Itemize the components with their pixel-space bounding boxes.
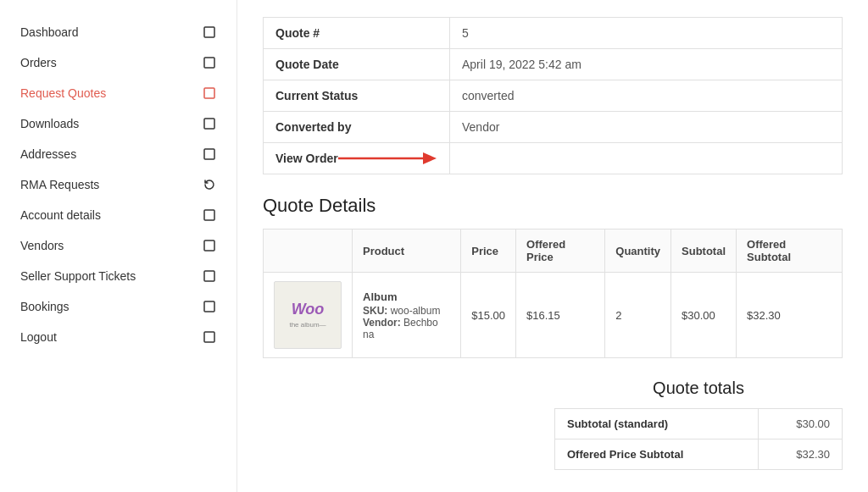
col-offered-subtotal: Offered Subtotal	[737, 229, 843, 273]
col-price: Price	[461, 229, 516, 273]
current-status-value: converted	[450, 80, 843, 112]
product-price: $15.00	[461, 273, 516, 358]
sidebar-item-account-details[interactable]: Account details	[0, 200, 236, 230]
totals-table: Subtotal (standard) $30.00 Offered Price…	[554, 408, 843, 470]
totals-container: Quote totals Subtotal (standard) $30.00 …	[554, 379, 843, 470]
product-image-cell: Woo the album—	[264, 273, 353, 358]
quote-details-title: Quote Details	[263, 195, 843, 217]
product-row: Woo the album— Album SKU: woo-album Vend…	[264, 273, 843, 358]
sidebar-item-vendors[interactable]: Vendors	[0, 230, 236, 261]
product-sku: SKU: woo-album	[363, 305, 450, 317]
sidebar-item-bookings[interactable]: Bookings	[0, 291, 236, 322]
current-status-row: Current Status converted	[264, 80, 843, 112]
offered-subtotal-value: $32.30	[758, 439, 842, 470]
col-image	[264, 229, 353, 273]
square-icon	[203, 300, 216, 313]
product-subtotal: $30.00	[671, 273, 737, 358]
svg-rect-6	[204, 240, 214, 251]
totals-section: Quote totals Subtotal (standard) $30.00 …	[263, 379, 843, 470]
sidebar-item-addresses[interactable]: Addresses	[0, 139, 236, 169]
product-quantity: 2	[605, 273, 671, 358]
subtotal-row: Subtotal (standard) $30.00	[555, 409, 843, 439]
square-icon	[203, 25, 216, 39]
svg-rect-1	[204, 58, 214, 68]
col-offered-price: Offered Price	[516, 229, 605, 273]
quote-details-table: Product Price Offered Price Quantity Sub…	[263, 229, 843, 358]
quote-date-row: Quote Date April 19, 2022 5:42 am	[264, 49, 843, 80]
svg-rect-2	[204, 88, 214, 98]
sidebar-item-dashboard[interactable]: Dashboard	[0, 17, 236, 47]
square-icon	[203, 330, 216, 344]
col-product: Product	[353, 229, 461, 273]
svg-rect-0	[204, 27, 214, 37]
svg-rect-8	[204, 301, 214, 312]
sidebar-item-downloads[interactable]: Downloads	[0, 108, 236, 139]
subtotal-value: $30.00	[758, 409, 842, 439]
sidebar-item-logout[interactable]: Logout	[0, 322, 236, 352]
product-image: Woo the album—	[274, 281, 342, 349]
svg-rect-4	[204, 149, 214, 159]
quote-number-value: 5	[450, 18, 843, 49]
quote-details-header: Product Price Offered Price Quantity Sub…	[264, 229, 843, 273]
svg-rect-9	[204, 332, 214, 342]
square-icon-active	[203, 86, 216, 100]
offered-subtotal-row: Offered Price Subtotal $32.30	[555, 439, 843, 470]
sidebar-item-rma-requests[interactable]: RMA Requests	[0, 169, 236, 200]
svg-marker-11	[423, 152, 437, 164]
view-order-label: View Order	[275, 152, 338, 165]
subtotal-label: Subtotal (standard)	[555, 409, 759, 439]
rotate-icon	[203, 178, 216, 191]
square-icon	[203, 117, 216, 130]
svg-rect-5	[204, 210, 214, 220]
product-details-cell: Album SKU: woo-album Vendor: Bechbo na	[353, 273, 461, 358]
red-arrow-icon	[338, 146, 440, 170]
woo-sub: the album—	[289, 321, 326, 329]
quote-number-row: Quote # 5	[264, 18, 843, 49]
sidebar-item-orders[interactable]: Orders	[0, 47, 236, 78]
main-content: Quote # 5 Quote Date April 19, 2022 5:42…	[237, 0, 868, 492]
converted-by-label: Converted by	[264, 112, 450, 143]
quote-totals-title: Quote totals	[554, 379, 843, 398]
square-icon	[203, 269, 216, 283]
current-status-label: Current Status	[264, 80, 450, 112]
quote-info-table: Quote # 5 Quote Date April 19, 2022 5:42…	[263, 17, 843, 174]
product-vendor: Vendor: Bechbo na	[363, 317, 450, 340]
product-offered-price: $16.15	[516, 273, 605, 358]
col-subtotal: Subtotal	[671, 229, 737, 273]
svg-rect-3	[204, 119, 214, 129]
converted-by-value: Vendor	[450, 112, 843, 143]
offered-subtotal-label: Offered Price Subtotal	[555, 439, 759, 470]
view-order-row: View Order	[264, 143, 843, 174]
square-icon	[203, 147, 216, 161]
sidebar: Dashboard Orders Request Quotes Download…	[0, 0, 237, 492]
sidebar-item-seller-support[interactable]: Seller Support Tickets	[0, 261, 236, 291]
quote-number-label: Quote #	[264, 18, 450, 49]
square-icon	[203, 208, 216, 222]
product-name: Album	[363, 290, 450, 303]
woo-logo: Woo	[289, 301, 326, 318]
square-icon	[203, 56, 216, 69]
svg-rect-7	[204, 271, 214, 281]
product-offered-subtotal: $32.30	[737, 273, 843, 358]
view-order-value	[450, 143, 843, 174]
quote-date-label: Quote Date	[264, 49, 450, 80]
sidebar-item-request-quotes[interactable]: Request Quotes	[0, 78, 236, 108]
quote-date-value: April 19, 2022 5:42 am	[450, 49, 843, 80]
square-icon	[203, 239, 216, 252]
converted-by-row: Converted by Vendor	[264, 112, 843, 143]
col-quantity: Quantity	[605, 229, 671, 273]
